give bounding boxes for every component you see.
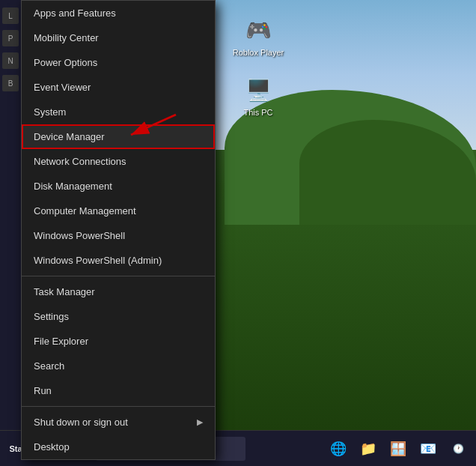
menu-item-windows-powershell[interactable]: Windows PowerShell <box>22 223 215 248</box>
taskbar-icon-store[interactable]: 🪟 <box>386 437 410 461</box>
menu-item-task-manager[interactable]: Task Manager <box>22 279 215 304</box>
taskbar-icon-mail[interactable]: 📧 <box>416 437 440 461</box>
menu-item-mobility-center[interactable]: Mobility Center <box>22 25 215 50</box>
menu-item-event-viewer[interactable]: Event Viewer <box>22 75 215 100</box>
sidebar-icon-3: N <box>2 52 19 69</box>
left-sidebar: L P N B <box>0 0 21 430</box>
menu-item-network-connections[interactable]: Network Connections <box>22 149 215 174</box>
menu-item-shutdown-signout[interactable]: Shut down or sign out ▶ <box>22 410 215 435</box>
sidebar-icon-4: B <box>2 75 19 91</box>
roblox-icon: 🎮 <box>243 15 273 45</box>
menu-item-computer-management[interactable]: Computer Management <box>22 199 215 223</box>
taskbar-icon-edge[interactable]: 🌐 <box>326 437 350 461</box>
menu-item-windows-powershell-admin[interactable]: Windows PowerShell (Admin) <box>22 248 215 273</box>
thispc-icon: 🖥️ <box>243 75 273 105</box>
menu-item-run[interactable]: Run <box>22 378 215 403</box>
menu-item-device-manager[interactable]: Device Manager <box>22 124 215 149</box>
taskbar-icon-folder[interactable]: 📁 <box>356 437 380 461</box>
menu-item-power-options[interactable]: Power Options <box>22 50 215 75</box>
menu-item-desktop[interactable]: Desktop <box>22 435 215 459</box>
menu-item-file-explorer[interactable]: File Explorer <box>22 329 215 354</box>
menu-divider-2 <box>22 406 215 407</box>
menu-divider-1 <box>22 276 215 276</box>
desktop-icon-roblox[interactable]: 🎮 Roblox Player <box>232 15 284 57</box>
context-menu: Apps and Features Mobility Center Power … <box>21 0 216 460</box>
submenu-arrow-icon: ▶ <box>197 417 203 427</box>
menu-item-system[interactable]: System <box>22 100 215 124</box>
menu-item-search[interactable]: Search <box>22 354 215 378</box>
menu-item-settings[interactable]: Settings <box>22 304 215 329</box>
thispc-label: This PC <box>243 108 272 117</box>
taskbar-clock: 🕐 <box>446 437 470 461</box>
sidebar-icon-1: L <box>2 7 19 24</box>
sidebar-icon-2: P <box>2 30 19 46</box>
roblox-label: Roblox Player <box>233 48 284 57</box>
menu-item-disk-management[interactable]: Disk Management <box>22 174 215 199</box>
taskbar-system-icons: 🌐 📁 🪟 📧 🕐 <box>326 437 470 461</box>
desktop-icon-thispc[interactable]: 🖥️ This PC <box>232 75 284 117</box>
menu-item-apps-features[interactable]: Apps and Features <box>22 1 215 25</box>
